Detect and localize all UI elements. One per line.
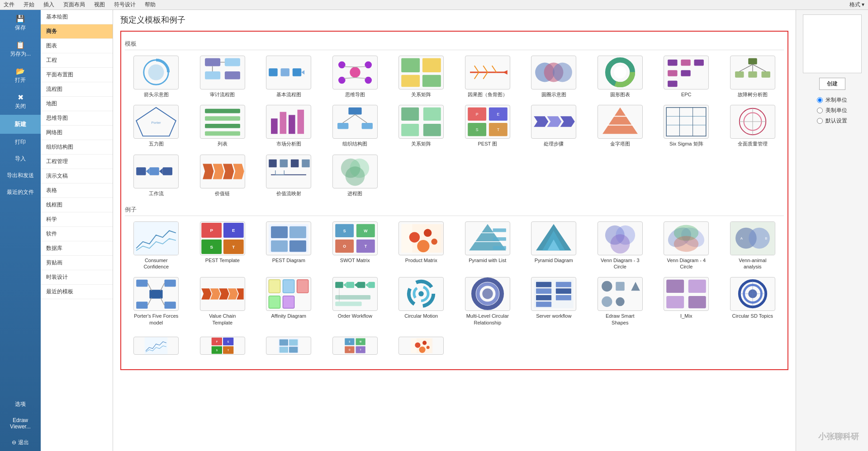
template-item-18[interactable]: Six Sigma 矩阵 (655, 103, 718, 149)
template-item-7[interactable]: 圆形图表 (589, 54, 652, 99)
bottom-item-4[interactable] (390, 335, 453, 358)
nav-item-工程管理[interactable]: 工程管理 (41, 155, 113, 169)
menu-layout[interactable]: 页面布局 (62, 0, 87, 9)
nav-item-最近的模板[interactable]: 最近的模板 (41, 285, 113, 299)
template-item-16[interactable]: 处理步骤 (522, 103, 585, 149)
template-item-2[interactable]: 基本流程图 (257, 54, 320, 99)
example-item-6[interactable]: Pyramid Diagram (522, 220, 585, 272)
format-link[interactable]: 格式 ▾ (848, 0, 866, 9)
example-item-7[interactable]: Venn Diagram - 3 Circle (589, 220, 652, 272)
example-item-15[interactable]: Multi-Level Circular Relationship (456, 275, 519, 328)
template-thumb-8 (664, 56, 709, 89)
template-item-1[interactable]: 审计流程图 (191, 54, 254, 99)
file-print[interactable]: 打印 (0, 134, 41, 150)
nav-item-平面布置图[interactable]: 平面布置图 (41, 68, 113, 82)
example-item-14[interactable]: Circular Motion (390, 275, 453, 328)
nav-item-组织结构图[interactable]: 组织结构图 (41, 140, 113, 155)
example-item-9[interactable]: AB Venn-animal analysis (721, 220, 784, 272)
file-save[interactable]: 💾 保存 (0, 10, 41, 36)
example-item-3[interactable]: SWOT SWOT Matrix (324, 220, 387, 272)
nav-item-基本绘图[interactable]: 基本绘图 (41, 10, 113, 24)
example-item-19[interactable]: Circular SD Topics (721, 275, 784, 328)
file-new[interactable]: 新建 (0, 115, 41, 134)
menu-symbol[interactable]: 符号设计 (112, 0, 138, 9)
nav-item-流程图[interactable]: 流程图 (41, 82, 113, 97)
example-item-17[interactable]: Edraw Smart Shapes (589, 275, 652, 328)
template-item-8[interactable]: EPC (655, 54, 718, 99)
file-exit[interactable]: ⊖ 退出 (0, 434, 41, 451)
bottom-item-3[interactable]: SWOT (324, 335, 387, 358)
example-item-2[interactable]: PEST Diagram (257, 220, 320, 272)
nav-item-图表[interactable]: 图表 (41, 39, 113, 53)
nav-item-线框图[interactable]: 线框图 (41, 198, 113, 212)
example-item-16[interactable]: Server workflow (522, 275, 585, 328)
unit-radio-0[interactable] (817, 97, 823, 103)
nav-item-时装设计[interactable]: 时装设计 (41, 270, 113, 285)
file-saveas[interactable]: 📋 另存为... (0, 36, 41, 62)
template-item-13[interactable]: 组织结构图 (324, 103, 387, 149)
example-item-1[interactable]: PEST PEST Template (191, 220, 254, 272)
file-options[interactable]: 选项 (0, 396, 41, 413)
template-item-3[interactable]: 思维导图 (324, 54, 387, 99)
nav-item-商务[interactable]: 商务 (41, 24, 113, 39)
menu-help[interactable]: 帮助 (143, 0, 157, 9)
unit-option-0[interactable]: 米制单位 (817, 96, 847, 104)
nav-item-地图[interactable]: 地图 (41, 97, 113, 111)
unit-option-1[interactable]: 美制单位 (817, 107, 847, 114)
menu-file[interactable]: 文件 (2, 0, 16, 9)
menu-insert[interactable]: 插入 (42, 0, 56, 9)
example-item-4[interactable]: Product Matrix (390, 220, 453, 272)
template-item-4[interactable]: 关系矩阵 (390, 54, 453, 99)
file-edrawviewer[interactable]: Edraw Viewer... (0, 413, 41, 434)
example-item-13[interactable]: Order Workflow (324, 275, 387, 328)
example-item-8[interactable]: Venn Diagram - 4 Circle (655, 220, 718, 272)
svg-point-135 (424, 229, 432, 237)
template-item-21[interactable]: 价值链 (191, 153, 254, 198)
example-item-18[interactable]: I_Mix (655, 275, 718, 328)
template-item-5[interactable]: 因果图（鱼骨图） (456, 54, 519, 99)
nav-item-剪贴画[interactable]: 剪贴画 (41, 256, 113, 270)
nav-item-数据库[interactable]: 数据库 (41, 241, 113, 256)
create-button[interactable]: 创建 (819, 78, 845, 90)
nav-item-工程[interactable]: 工程 (41, 53, 113, 68)
file-recent[interactable]: 最近的文件 (0, 184, 41, 201)
template-item-22[interactable]: 价值流映射 (257, 153, 320, 198)
exit-icon: ⊖ (12, 439, 16, 446)
example-item-12[interactable]: Affinity Diagram (257, 275, 320, 328)
nav-item-思维导图[interactable]: 思维导图 (41, 111, 113, 126)
unit-radio-2[interactable] (817, 118, 823, 124)
template-item-19[interactable]: 全面质量管理 (721, 103, 784, 149)
file-import[interactable]: 导入 (0, 150, 41, 167)
nav-item-科学[interactable]: 科学 (41, 212, 113, 227)
template-item-6[interactable]: 圆圈示意图 (522, 54, 585, 99)
template-item-23[interactable]: 进程图 (324, 153, 387, 198)
unit-option-2[interactable]: 默认设置 (817, 117, 847, 125)
svg-text:P: P (475, 113, 478, 117)
nav-item-表格[interactable]: 表格 (41, 183, 113, 198)
template-item-17[interactable]: 金字塔图 (589, 103, 652, 149)
menu-start[interactable]: 开始 (22, 0, 36, 9)
nav-item-演示文稿[interactable]: 演示文稿 (41, 169, 113, 183)
file-open[interactable]: 📂 打开 (0, 62, 41, 89)
template-item-20[interactable]: 工作流 (125, 153, 188, 198)
nav-item-网络图[interactable]: 网络图 (41, 126, 113, 140)
bottom-item-2[interactable] (257, 335, 320, 358)
example-item-10[interactable]: Porter's Five Forces model (125, 275, 188, 328)
template-item-14[interactable]: 关系矩阵 (390, 103, 453, 149)
nav-item-软件[interactable]: 软件 (41, 227, 113, 241)
bottom-item-1[interactable]: PEST (191, 335, 254, 358)
bottom-item-0[interactable] (125, 335, 188, 358)
menu-view[interactable]: 视图 (92, 0, 107, 9)
template-item-12[interactable]: 市场分析图 (257, 103, 320, 149)
file-export[interactable]: 导出和发送 (0, 167, 41, 184)
example-item-5[interactable]: Pyramid with List (456, 220, 519, 272)
template-item-10[interactable]: Porter 五力图 (125, 103, 188, 149)
template-item-11[interactable]: 列表 (191, 103, 254, 149)
template-item-15[interactable]: PEST PEST 图 (456, 103, 519, 149)
unit-radio-1[interactable] (817, 108, 823, 113)
example-item-11[interactable]: Value Chain Template (191, 275, 254, 328)
template-item-9[interactable]: 故障树分析图 (721, 54, 784, 99)
example-item-0[interactable]: Consumer Confidence (125, 220, 188, 272)
file-close[interactable]: ✖ 关闭 (0, 89, 41, 115)
template-item-0[interactable]: 箭头示意图 (125, 54, 188, 99)
